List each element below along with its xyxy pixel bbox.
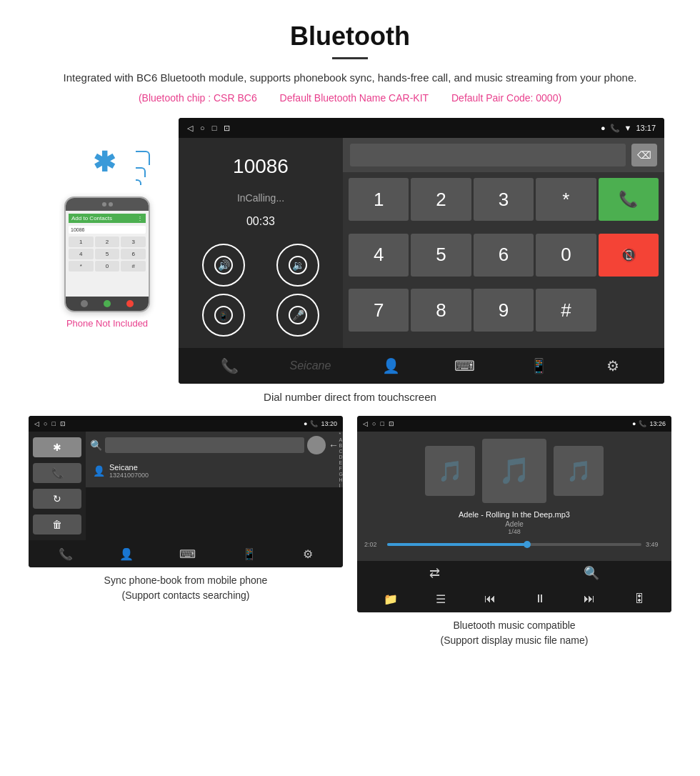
phone-dialpad: 1 2 3 4 5 6 * 0 # — [69, 237, 146, 272]
dialpad-key-hash[interactable]: # — [536, 289, 596, 332]
pb-alpha-b: B — [339, 443, 343, 448]
page-container: Bluetooth Integrated with BC6 Bluetooth … — [0, 0, 700, 678]
music-progress-fill — [387, 543, 527, 546]
pb-nav-menu: ⊡ — [60, 420, 66, 427]
mute-button[interactable]: 🎤 — [276, 294, 319, 337]
pb-left-nav: ✱ 📞 ↻ 🗑 — [29, 432, 86, 540]
music-search-button[interactable]: 🔍 — [584, 565, 599, 581]
pb-status-bar: ◁ ○ □ ⊡ ● 📞 13:20 — [29, 416, 343, 432]
nav-recent-icon: □ — [212, 124, 217, 133]
music-artist: Adele — [364, 520, 664, 528]
top-section: ✱ Add to Contacts ⋮ — [29, 118, 671, 384]
transfer-button[interactable]: 📱 — [202, 294, 245, 337]
location-icon: ● — [601, 124, 606, 132]
dialpad-key-2[interactable]: 2 — [411, 178, 471, 221]
nav-transfer-icon[interactable]: 📱 — [524, 352, 553, 380]
shuffle-button[interactable]: ⇄ — [429, 565, 440, 581]
pb-alpha-d: D — [339, 454, 343, 459]
volume-down-button[interactable]: 🔉 — [276, 244, 319, 287]
music-nav-recent: □ — [380, 420, 384, 427]
nav-home-icon: ○ — [200, 124, 205, 133]
dialpad-grid: 1 2 3 * 📞 4 5 6 0 📵 7 8 9 # — [343, 172, 664, 348]
music-folder-btn[interactable]: 📁 — [384, 592, 398, 606]
svg-text:🔉: 🔉 — [292, 259, 305, 272]
call-end-button[interactable]: 📵 — [599, 234, 659, 277]
music-progress-bar[interactable] — [387, 543, 641, 546]
pb-alpha-i: I — [339, 483, 343, 488]
dialpad-key-6[interactable]: 6 — [474, 234, 534, 277]
pb-bottom-dialpad[interactable]: ⌨ — [179, 547, 196, 561]
music-call-icon: 📞 — [639, 420, 646, 427]
music-album-area: 🎵 🎵 🎵 — [364, 439, 664, 503]
phone-bottom-bar — [66, 297, 149, 311]
pb-screen-nav: 📞 👤 ⌨ 📱 ⚙ — [29, 540, 343, 567]
pb-nav-home: ○ — [44, 420, 47, 427]
control-buttons: 🔊 🔉 📱 — [190, 244, 331, 337]
music-time-current: 2:02 — [364, 541, 383, 548]
music-next-btn[interactable]: ⏭ — [584, 592, 595, 605]
pb-main: ✱ 📞 ↻ 🗑 🔍 ← — [29, 432, 343, 540]
dialpad-key-4[interactable]: 4 — [349, 234, 409, 277]
phone-header-bar: Add to Contacts ⋮ — [69, 214, 146, 223]
music-equalizer-btn[interactable]: 🎛 — [634, 592, 645, 605]
music-title: Adele - Rolling In the Deep.mp3 — [364, 510, 664, 519]
phonebook-screen: ◁ ○ □ ⊡ ● 📞 13:20 ✱ 📞 ↻ — [29, 416, 343, 567]
car-status-bar: ◁ ○ □ ⊡ ● 📞 ▼ 13:17 — [179, 118, 664, 138]
car-right-panel: ⌫ 1 2 3 * 📞 4 5 6 0 📵 7 8 — [343, 138, 664, 348]
music-play-btn[interactable]: ⏸ — [534, 592, 546, 605]
music-list-btn[interactable]: ☰ — [436, 592, 446, 606]
nav-dialpad-button[interactable]: ⌨ — [451, 352, 479, 380]
pb-bottom-contacts[interactable]: 👤 — [119, 547, 134, 561]
dialpad-key-zero[interactable]: 0 — [536, 234, 596, 277]
dialpad-key-1[interactable]: 1 — [349, 178, 409, 221]
pb-bottom-settings[interactable]: ⚙ — [303, 547, 313, 561]
dialpad-key-8[interactable]: 8 — [411, 289, 471, 332]
music-progress-dot — [524, 541, 531, 548]
phone-key-6: 6 — [121, 249, 146, 259]
volume-up-button[interactable]: 🔊 — [202, 244, 245, 287]
pb-search-bar[interactable] — [105, 437, 304, 453]
svg-text:🔊: 🔊 — [218, 259, 231, 272]
phone-key-1: 1 — [69, 237, 94, 247]
dialpad-input-field — [350, 144, 626, 166]
dialpad-key-3[interactable]: 3 — [474, 178, 534, 221]
pb-bottom-call[interactable]: 📞 — [59, 547, 73, 561]
pb-delete-btn[interactable]: 🗑 — [33, 514, 81, 534]
status-time: 13:17 — [636, 124, 656, 132]
phone-key-4: 4 — [69, 249, 94, 259]
pb-time: 13:20 — [321, 420, 337, 427]
dialpad-key-9[interactable]: 9 — [474, 289, 534, 332]
music-prev-btn[interactable]: ⏮ — [484, 592, 496, 605]
pb-alpha-f: F — [339, 466, 343, 471]
call-icon: 📞 — [610, 124, 620, 133]
dialpad-key-star[interactable]: * — [536, 178, 596, 221]
dialpad-key-5[interactable]: 5 — [411, 234, 471, 277]
bluetooth-symbol-icon: ✱ — [93, 147, 116, 177]
pb-nav-back: ◁ — [34, 420, 39, 427]
music-nav-bar: 📁 ☰ ⏮ ⏸ ⏭ 🎛 — [357, 585, 671, 612]
music-status-right: ● 📞 13:26 — [632, 420, 666, 427]
pb-caption-line1: Sync phone-book from mobile phone — [104, 574, 268, 586]
pb-sync-btn[interactable]: ↻ — [33, 489, 81, 509]
nav-settings-button[interactable]: ⚙ — [599, 352, 627, 380]
pb-caption-line2: (Support contacts searching) — [122, 590, 250, 601]
nav-call-button[interactable]: 📞 — [216, 352, 244, 380]
pb-contact-item[interactable]: 👤 Seicane 13241007000 — [90, 459, 339, 483]
bt-chip-info: (Bluetooth chip : CSR BC6 — [139, 92, 257, 104]
bluetooth-info: (Bluetooth chip : CSR BC6 Default Blueto… — [29, 92, 671, 104]
pb-contact-avatar-icon: 👤 — [93, 465, 105, 477]
phone-end-btn — [126, 300, 134, 307]
pb-right: 🔍 ← 👤 Seicane 13241007000 — [86, 432, 343, 487]
nav-contacts-button[interactable]: 👤 — [376, 352, 405, 380]
dialpad-key-7[interactable]: 7 — [349, 289, 409, 332]
phone-more-icon: ⋮ — [137, 215, 143, 222]
phone-contact-row: 10086 — [69, 226, 146, 234]
pb-bt-icon[interactable]: ✱ — [33, 437, 81, 457]
pb-bottom-transfer[interactable]: 📱 — [242, 547, 256, 561]
pb-call-btn[interactable]: 📞 — [33, 463, 81, 483]
pb-search-row: 🔍 ← — [90, 436, 339, 454]
signal-arc-small — [136, 179, 141, 185]
call-accept-button[interactable]: 📞 — [599, 178, 659, 221]
dialpad-backspace-button[interactable]: ⌫ — [631, 144, 657, 166]
music-screen: ◁ ○ □ ⊡ ● 📞 13:26 🎵 🎵 🎵 — [357, 416, 671, 612]
